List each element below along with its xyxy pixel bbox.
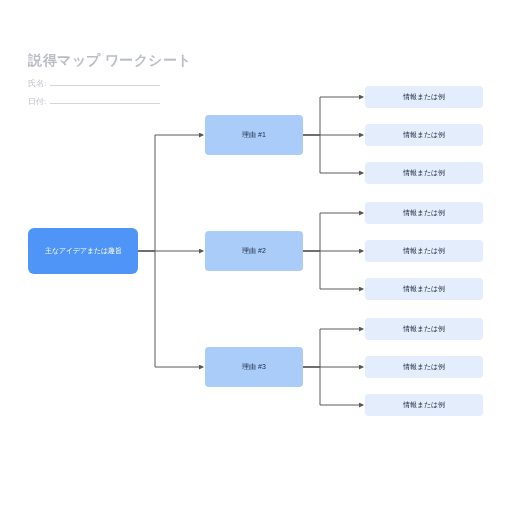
info-node: 情報または例 (365, 278, 483, 300)
info-node: 情報または例 (365, 86, 483, 108)
reason-node-1: 理由 #1 (205, 115, 303, 155)
info-node: 情報または例 (365, 202, 483, 224)
info-node: 情報または例 (365, 240, 483, 262)
name-label: 氏名: (28, 78, 46, 89)
reason-node-3: 理由 #3 (205, 347, 303, 387)
main-idea-node: 主なアイデアまたは趣旨 (28, 228, 138, 274)
name-field-row: 氏名: (28, 78, 160, 89)
worksheet-canvas: 説得マップ ワークシート 氏名: 日付: (0, 0, 516, 516)
info-node: 情報または例 (365, 356, 483, 378)
name-line (50, 78, 160, 86)
info-node: 情報または例 (365, 162, 483, 184)
date-field-row: 日付: (28, 96, 160, 107)
reason-node-2: 理由 #2 (205, 231, 303, 271)
page-title: 説得マップ ワークシート (28, 52, 192, 70)
date-line (50, 96, 160, 104)
info-node: 情報または例 (365, 124, 483, 146)
info-node: 情報または例 (365, 318, 483, 340)
date-label: 日付: (28, 96, 46, 107)
info-node: 情報または例 (365, 394, 483, 416)
